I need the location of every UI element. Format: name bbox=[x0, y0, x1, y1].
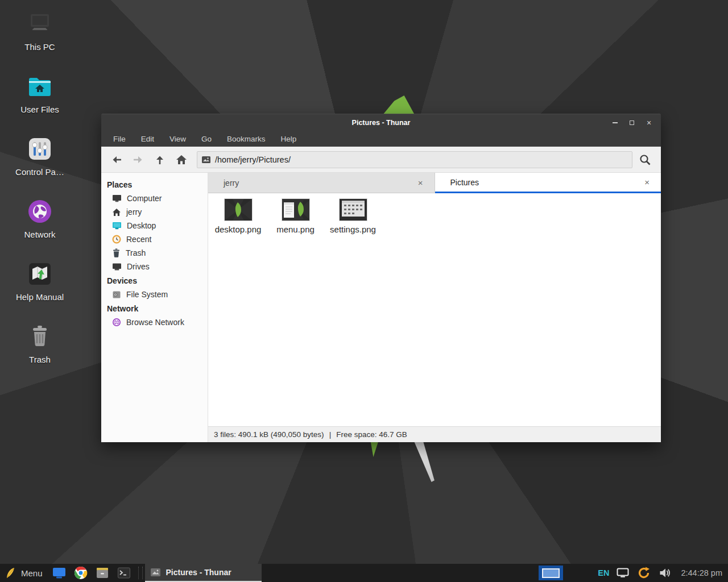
taskbar-clock[interactable]: 2:44:28 pm bbox=[681, 568, 722, 577]
sidebar-item-jerry[interactable]: jerry bbox=[101, 205, 208, 219]
desktop-icon-this-pc[interactable]: This PC bbox=[5, 10, 75, 73]
minimize-button[interactable] bbox=[609, 117, 621, 129]
panel-separator-handle[interactable] bbox=[138, 567, 143, 579]
desktop-icon-label: Help Manual bbox=[16, 292, 64, 302]
menu-bookmarks[interactable]: Bookmarks bbox=[227, 135, 266, 143]
path-bar[interactable]: /home/jerry/Pictures/ bbox=[197, 151, 632, 168]
titlebar[interactable]: Pictures - Thunar × bbox=[101, 114, 661, 131]
file-settings-png[interactable]: settings.png bbox=[324, 199, 382, 234]
forward-arrow-icon bbox=[132, 153, 144, 166]
sidebar-item-desktop[interactable]: Desktop bbox=[101, 219, 208, 232]
window-title: Pictures - Thunar bbox=[101, 119, 661, 127]
desktop-icon-label: Network bbox=[24, 230, 55, 239]
back-arrow-icon bbox=[110, 153, 123, 166]
thunar-window: Pictures - Thunar × File Edit View Go Bo… bbox=[101, 114, 661, 442]
maximize-button[interactable] bbox=[626, 117, 638, 129]
sidebar-item-label: File System bbox=[126, 290, 168, 299]
up-button[interactable] bbox=[150, 151, 169, 169]
back-button[interactable] bbox=[107, 151, 126, 169]
system-tray: EN 2:44:28 pm bbox=[539, 566, 728, 580]
status-bar: 3 files: 490.1 kB (490,050 bytes) | Free… bbox=[208, 426, 661, 442]
image-thumbnail bbox=[282, 199, 309, 221]
desktop-icon-help-manual[interactable]: Help Manual bbox=[5, 260, 75, 323]
terminal-launcher[interactable] bbox=[117, 566, 131, 580]
sidebar-item-trash[interactable]: Trash bbox=[101, 246, 208, 260]
menu-button-label: Menu bbox=[21, 568, 43, 578]
status-files-text: 3 files: 490.1 kB (490,050 bytes) bbox=[214, 430, 324, 439]
user-files-folder-icon bbox=[26, 73, 53, 100]
help-manual-icon bbox=[26, 260, 53, 288]
forward-button[interactable] bbox=[129, 151, 148, 169]
sidebar-item-recent[interactable]: Recent bbox=[101, 232, 208, 246]
active-workspace bbox=[542, 568, 560, 578]
terminal-icon bbox=[117, 567, 131, 579]
trash-icon bbox=[26, 323, 53, 350]
control-panel-icon bbox=[26, 135, 53, 163]
sidebar-item-label: Desktop bbox=[127, 221, 156, 230]
desktop-icon-trash[interactable]: Trash bbox=[5, 323, 75, 385]
keyboard-language-indicator[interactable]: EN bbox=[598, 568, 609, 577]
browser-pane: jerry × Pictures × desktop.png bbox=[208, 173, 661, 442]
sidebar-item-label: Computer bbox=[127, 194, 162, 203]
status-separator: | bbox=[329, 430, 332, 439]
chrome-launcher[interactable] bbox=[73, 566, 88, 580]
distro-feather-icon bbox=[5, 567, 16, 579]
desktop-icon-user-files[interactable]: User Files bbox=[5, 73, 75, 135]
tab-bar: jerry × Pictures × bbox=[208, 173, 661, 193]
file-archive-launcher[interactable] bbox=[95, 566, 110, 580]
sidebar-item-label: Recent bbox=[126, 235, 151, 244]
sidebar-item-label: Browse Network bbox=[126, 318, 184, 327]
desktop-icon-network[interactable]: Network bbox=[5, 198, 75, 260]
home-button[interactable] bbox=[172, 151, 191, 169]
file-system-drive-icon bbox=[112, 290, 121, 299]
sidebar-header-places: Places bbox=[101, 177, 208, 192]
show-desktop-launcher[interactable] bbox=[52, 566, 67, 580]
menu-view[interactable]: View bbox=[169, 135, 186, 143]
network-globe-icon bbox=[26, 198, 53, 225]
sidebar-item-computer[interactable]: Computer bbox=[101, 192, 208, 205]
menu-edit[interactable]: Edit bbox=[141, 135, 154, 143]
tab-pictures[interactable]: Pictures × bbox=[435, 173, 661, 193]
tab-jerry[interactable]: jerry × bbox=[208, 173, 435, 193]
taskbar-task-thunar[interactable]: Pictures - Thunar bbox=[145, 564, 262, 582]
sidebar-item-file-system[interactable]: File System bbox=[101, 288, 208, 301]
places-sidebar: Places Computer jerry Desktop Recent Tra… bbox=[101, 173, 208, 442]
desktop-icon-column: This PC User Files Control Pa… Network H… bbox=[5, 10, 75, 385]
display-tray-item[interactable] bbox=[615, 566, 630, 580]
tab-label: Pictures bbox=[450, 178, 479, 187]
file-list[interactable]: desktop.png menu.png settings.png bbox=[208, 193, 661, 426]
desktop-icon-control-panel[interactable]: Control Pa… bbox=[5, 135, 75, 198]
tab-close-icon[interactable]: × bbox=[416, 177, 425, 188]
file-menu-png[interactable]: menu.png bbox=[267, 199, 324, 234]
file-name: settings.png bbox=[330, 225, 376, 234]
taskbar: Menu Pictures - Thunar EN 2:44:28 pm bbox=[0, 564, 728, 582]
volume-tray-item[interactable] bbox=[657, 566, 672, 580]
menubar: File Edit View Go Bookmarks Help bbox=[101, 131, 661, 147]
home-icon bbox=[175, 153, 188, 166]
search-button[interactable] bbox=[635, 151, 655, 169]
update-manager-tray-item[interactable] bbox=[636, 566, 651, 580]
drives-icon bbox=[112, 263, 122, 271]
task-image-icon bbox=[151, 568, 160, 576]
sidebar-header-devices: Devices bbox=[101, 273, 208, 288]
display-tray-icon bbox=[617, 568, 629, 578]
speaker-icon bbox=[659, 567, 671, 579]
image-thumbnail bbox=[340, 199, 367, 221]
file-name: desktop.png bbox=[215, 225, 262, 234]
workspace-pager[interactable] bbox=[539, 566, 563, 580]
desktop-icon-label: User Files bbox=[20, 105, 59, 114]
image-file-icon bbox=[202, 156, 210, 163]
toolbar: /home/jerry/Pictures/ bbox=[101, 147, 661, 173]
home-icon bbox=[112, 208, 121, 217]
app-menu-button[interactable]: Menu bbox=[0, 564, 48, 582]
file-desktop-png[interactable]: desktop.png bbox=[209, 199, 267, 234]
file-name: menu.png bbox=[276, 225, 315, 234]
trash-icon bbox=[112, 248, 121, 257]
sidebar-item-browse-network[interactable]: Browse Network bbox=[101, 315, 208, 329]
sidebar-item-drives[interactable]: Drives bbox=[101, 260, 208, 273]
menu-file[interactable]: File bbox=[113, 135, 126, 143]
close-button[interactable]: × bbox=[643, 117, 655, 129]
tab-close-icon[interactable]: × bbox=[642, 177, 652, 188]
menu-help[interactable]: Help bbox=[281, 135, 297, 143]
menu-go[interactable]: Go bbox=[201, 135, 212, 143]
